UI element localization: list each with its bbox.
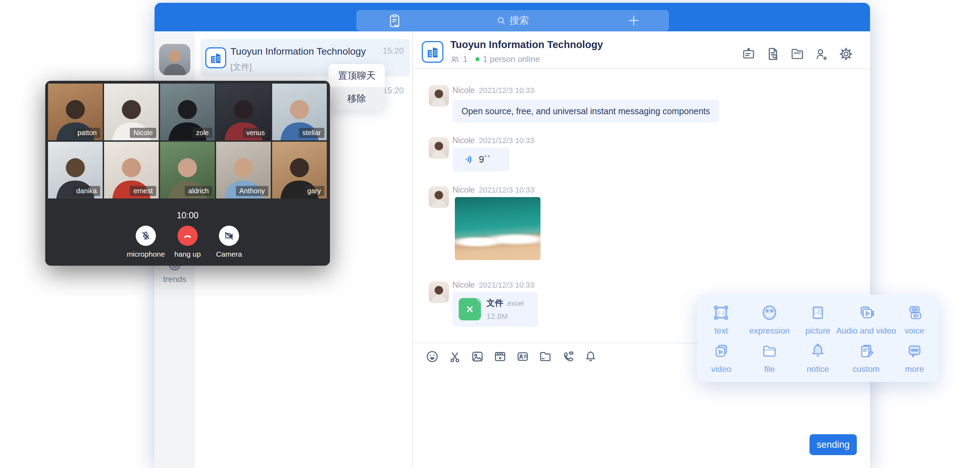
menu-item-remove[interactable]: 移除 [329,87,385,110]
microphone-mute-button[interactable] [136,226,156,246]
screenshot-icon[interactable] [448,350,462,364]
my-avatar[interactable] [159,44,190,75]
search-placeholder: 搜索 [509,14,529,27]
trends-label: trends [154,275,195,284]
message-time: 2021/12/3 10:33 [479,281,534,289]
hang-up-icon [182,230,193,241]
conversation-time: 15:20 [383,46,404,56]
file-size: 12.8M [487,312,524,321]
participant-tile: patton [48,83,103,141]
top-bar: 搜索 [154,3,870,31]
panel-item-custom[interactable]: custom [842,342,890,374]
panel-item-notice[interactable]: notice [794,342,842,374]
conversation-last-message: [文件] [231,61,251,72]
participant-tile: gary [272,142,327,198]
participant-name: zole [192,128,212,138]
image-message-beach-photo[interactable] [455,197,541,260]
message-sender: Nicole2021/12/3 10:33 [452,280,534,290]
call-timer: 10:00 [45,210,330,220]
participant-name: danika [73,186,100,196]
text-message-bubble: Open source, free, and universal instant… [452,100,719,123]
participant-tile: danika [48,142,103,198]
file-message-bubble[interactable]: 文件 .excel 12.8M [452,292,538,327]
participant-tile: aldrich [160,142,215,198]
participant-tile: zole [160,83,215,141]
text-icon [712,303,730,322]
conversation-title: Tuoyun Information Technology [231,46,366,57]
chat-title: Tuoyun Information Technology [450,39,603,51]
voice-message-bubble[interactable]: 9`` [452,148,509,171]
settings-icon[interactable] [839,47,853,61]
online-status: 1 person online [483,54,540,64]
group-avatar [205,47,226,68]
camera-label: Camera [208,250,250,259]
participant-name: Nicole [130,128,156,138]
voice-wave-icon [463,154,475,165]
participant-grid: patton Nicole zole venus stellar danika … [48,83,327,198]
video-icon[interactable] [493,350,507,364]
message-type-panel: text expression picture [697,295,939,382]
message-time: 2021/12/3 10:33 [479,136,534,145]
participant-tile: Anthony [216,142,271,198]
folder-icon[interactable] [538,350,552,364]
files-icon[interactable] [790,47,805,61]
conversation-time: 15:20 [383,86,404,96]
microphone-muted-icon [141,230,151,241]
notification-icon[interactable] [584,350,598,364]
conversation-context-menu: 置顶聊天 移除 [329,64,385,110]
message-time: 2021/12/3 10:33 [479,185,534,194]
file-icon [760,342,778,360]
camera-mute-button[interactable] [219,226,239,246]
send-button[interactable]: sending [810,434,857,455]
panel-item-audio-video[interactable]: Audio and video [842,303,890,336]
custom-icon [857,342,875,360]
participant-name: Anthony [236,186,268,196]
chat-header: Tuoyun Information Technology 1 1 person… [414,31,870,69]
microphone-label: microphone [125,250,167,259]
expression-icon [760,303,778,322]
emoji-icon[interactable] [425,350,439,364]
members-icon [450,55,460,64]
audio-video-icon [857,303,875,322]
voice-icon [905,303,924,322]
more-icon [905,342,924,360]
participant-name: patton [74,128,100,138]
chat-panel: Tuoyun Information Technology 1 1 person… [414,31,870,468]
add-member-icon[interactable] [815,47,829,61]
sender-avatar [429,85,449,107]
participant-tile: stellar [272,83,327,141]
participant-name: stellar [299,128,325,138]
participant-name: gary [304,186,325,196]
hang-up-button[interactable] [178,226,198,246]
participant-tile: Nicole [104,83,159,141]
panel-item-text[interactable]: text [697,303,745,336]
search-bar[interactable]: 搜索 [356,10,669,31]
panel-item-expression[interactable]: expression [745,303,794,336]
input-toolbar [425,350,598,364]
chat-search-icon[interactable] [765,47,780,61]
panel-item-video[interactable]: video [697,342,745,374]
message-sender: Nicole2021/12/3 10:33 [452,185,534,195]
message-sender: Nicole2021/12/3 10:33 [452,136,534,145]
panel-item-file[interactable]: file [745,342,794,374]
plus-icon[interactable] [627,14,640,27]
search-input[interactable]: 搜索 [356,10,669,31]
announcement-icon[interactable] [741,47,756,61]
sender-avatar [429,137,449,159]
menu-item-pin-chat[interactable]: 置顶聊天 [329,64,385,87]
contact-card-icon[interactable] [516,350,530,364]
participant-tile: venus [216,83,271,141]
sender-avatar [429,281,449,303]
voice-duration: 9`` [479,154,490,165]
video-call-icon[interactable] [561,350,575,364]
panel-item-picture[interactable]: picture [794,303,842,336]
picture-icon[interactable] [471,350,484,364]
panel-item-more[interactable]: more [890,342,939,374]
online-dot [476,57,480,61]
notice-icon [809,342,827,360]
panel-item-voice[interactable]: voice [890,303,939,336]
group-avatar [422,41,443,63]
camera-muted-icon [224,230,234,241]
member-count: 1 [463,54,468,64]
participant-name: ernest [130,186,156,196]
